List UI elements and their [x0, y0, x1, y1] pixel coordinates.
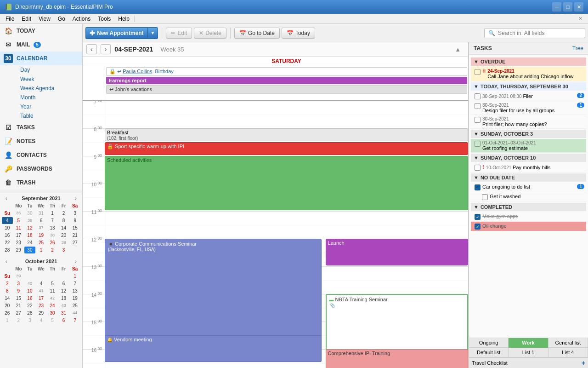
cal-day[interactable]: 6	[58, 280, 69, 287]
launch-event[interactable]: Launch	[326, 239, 468, 265]
sidebar-item-mail[interactable]: ✉ MAIL 5	[0, 38, 82, 52]
cal-day[interactable]: 3	[24, 317, 35, 324]
cal-day[interactable]: 7	[47, 217, 58, 224]
completed-task-1[interactable]: ✓ Make gym appt.	[471, 212, 586, 222]
cal-day[interactable]: 12	[58, 288, 69, 294]
menu-edit[interactable]: Edit	[18, 15, 35, 23]
sidebar-sub-week-agenda[interactable]: Week Agenda	[17, 84, 82, 93]
cal-day[interactable]: 6	[58, 317, 69, 324]
delete-button[interactable]: ✕ Delete	[194, 28, 226, 39]
mini-cal-prev-sep[interactable]: ‹	[4, 195, 9, 201]
menu-view[interactable]: View	[35, 15, 54, 23]
menu-go[interactable]: Go	[54, 15, 69, 23]
close-button[interactable]: ✕	[574, 2, 583, 12]
sidebar-sub-day[interactable]: Day	[17, 65, 82, 75]
new-appointment-dropdown[interactable]: ▼	[147, 27, 158, 39]
sidebar-item-passwords[interactable]: 🔑 PASSWORDS	[0, 162, 82, 176]
search-box[interactable]: 🔍	[484, 28, 585, 38]
cal-day[interactable]: 11	[47, 288, 58, 294]
sidebar-sub-year[interactable]: Year	[17, 102, 82, 111]
cal-day-4-selected[interactable]: 4	[2, 217, 13, 224]
cal-day[interactable]: 26	[47, 239, 58, 246]
cal-day[interactable]: 2	[13, 317, 24, 324]
cal-day[interactable]: 30	[24, 210, 35, 217]
go-to-date-button[interactable]: 📅 Go to Date	[234, 28, 280, 39]
cal-day[interactable]: 7	[69, 280, 80, 287]
cal-day[interactable]: 3	[69, 210, 80, 217]
cal-prev-button[interactable]: ‹	[86, 44, 97, 54]
cal-day[interactable]: 29	[36, 310, 47, 316]
cal-day[interactable]	[58, 273, 69, 280]
cal-day[interactable]: 8	[58, 217, 69, 224]
cal-day[interactable]: 14	[58, 224, 69, 231]
tab-list1[interactable]: List 1	[509, 348, 548, 357]
sidebar-item-contacts[interactable]: 👤 CONTACTS	[0, 148, 82, 162]
cal-day[interactable]: 18	[24, 232, 35, 239]
minimize-button[interactable]: ─	[552, 2, 561, 12]
cal-day[interactable]: 4	[36, 317, 47, 324]
cal-day[interactable]: 16	[24, 295, 35, 302]
cal-day[interactable]: 2	[2, 280, 13, 287]
tasks-view-label[interactable]: Tree	[572, 45, 583, 52]
cal-day[interactable]: 20	[58, 232, 69, 239]
task-checkbox-8[interactable]	[482, 194, 488, 200]
cal-day[interactable]: 14	[2, 295, 13, 302]
today-button[interactable]: 📅 Today	[282, 28, 315, 39]
search-input[interactable]	[498, 30, 581, 36]
cal-day[interactable]: 15	[69, 224, 80, 231]
tab-work[interactable]: Work	[509, 338, 548, 348]
completed-section-header[interactable]: ▼ COMPLETED	[471, 203, 586, 211]
comprehensive-training-event[interactable]: Comprehensive IPI Training	[326, 349, 468, 368]
cal-day[interactable]: 15	[13, 295, 24, 302]
time-cell-700[interactable]	[105, 101, 468, 115]
sidebar-item-tasks[interactable]: ☑ TASKS	[0, 121, 82, 134]
task-checkbox-2[interactable]	[475, 93, 481, 99]
sidebar-item-notes[interactable]: 📝 NOTES	[0, 134, 82, 148]
earnings-report-event[interactable]: Earnings report	[106, 77, 467, 84]
add-list-button[interactable]: +	[582, 359, 585, 367]
birthday-event[interactable]: 🔒 ↩ Paula Collins. Birthday	[106, 67, 467, 76]
cal-day[interactable]: 13	[47, 224, 58, 231]
oct10-task-item[interactable]: ! 10-Oct-2021 Pay monthly bills	[471, 163, 586, 172]
menu-actions[interactable]: Actions	[69, 15, 94, 23]
oct3-task-item[interactable]: 01-Oct-2021–03-Oct-2021 Get roofing esti…	[471, 139, 586, 153]
tab-general-list[interactable]: General list	[548, 338, 588, 348]
task-checkbox-9[interactable]: ✓	[475, 214, 481, 220]
sidebar-item-trash[interactable]: 🗑 TRASH	[0, 176, 82, 190]
cal-day[interactable]: 17	[13, 232, 24, 239]
mini-cal-prev-oct[interactable]: ‹	[4, 258, 9, 264]
cal-day[interactable]: 12	[24, 224, 35, 231]
overdue-task-item[interactable]: !! 24-Sep-2021 Call Jane about adding Ch…	[471, 67, 586, 81]
task-checkbox-7[interactable]	[475, 184, 481, 190]
task-checkbox-5[interactable]	[475, 141, 481, 147]
menu-tools[interactable]: Tools	[94, 15, 114, 23]
cal-day[interactable]: 24	[47, 302, 58, 309]
task-checkbox-3[interactable]	[475, 103, 481, 109]
time-cell-1100[interactable]	[105, 212, 468, 225]
cal-day[interactable]: 9	[69, 217, 80, 224]
cal-day[interactable]: 19	[69, 295, 80, 302]
task-checkbox-4[interactable]	[475, 117, 481, 123]
cal-scroll-up[interactable]: ▲	[451, 45, 464, 54]
maximize-button[interactable]: □	[563, 2, 572, 12]
breakfast-event[interactable]: Breakfast(102, first floor)	[105, 128, 468, 141]
tab-default-list[interactable]: Default list	[469, 348, 509, 357]
cal-day[interactable]: 3	[58, 247, 69, 253]
cal-day[interactable]: 8	[2, 288, 13, 294]
cal-day[interactable]: 18	[58, 295, 69, 302]
cal-day[interactable]: 25	[36, 239, 47, 246]
task-checkbox-10[interactable]: ✓	[475, 224, 481, 230]
cal-day[interactable]: 5	[47, 317, 58, 324]
nodate-section-header[interactable]: ▼ NO DUE DATE	[471, 173, 586, 182]
cal-day[interactable]: 31	[36, 210, 47, 217]
sidebar-sub-week[interactable]: Week	[17, 75, 82, 84]
mini-cal-next-sep[interactable]: ›	[73, 195, 79, 201]
cal-day[interactable]: 17	[36, 295, 47, 302]
cal-day[interactable]	[36, 273, 47, 280]
cal-day[interactable]	[47, 273, 58, 280]
cal-day[interactable]: 3	[13, 280, 24, 287]
time-cell-1130[interactable]	[105, 225, 468, 239]
sidebar-item-calendar[interactable]: 30 CALENDAR	[0, 52, 82, 65]
mini-cal-next-oct[interactable]: ›	[73, 258, 79, 264]
cal-day[interactable]: 2	[58, 210, 69, 217]
